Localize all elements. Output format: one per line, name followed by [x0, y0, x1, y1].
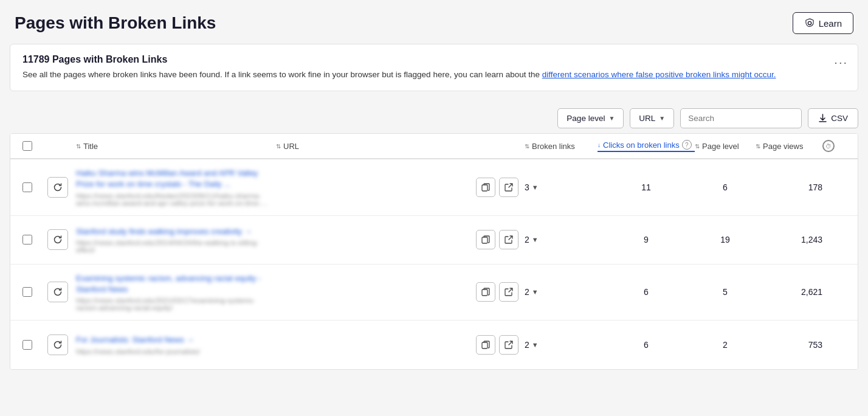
external-link-icon	[505, 288, 513, 296]
row-title-url: Haiku Sharma wins McMillan Award and APR…	[76, 168, 276, 206]
row-checkbox-cell	[15, 287, 40, 297]
broken-links-expand-icon[interactable]: ▼	[532, 288, 539, 296]
info-card-desc: See all the pages where broken links hav…	[22, 69, 846, 81]
header-broken-links[interactable]: ⇅ Broken links	[525, 142, 598, 151]
row-checkbox[interactable]	[22, 182, 32, 192]
copy-icon-button[interactable]	[476, 335, 495, 355]
table-row: For Journalists: Stanford News → https:/…	[10, 321, 858, 369]
table-header: ⇅ Title ⇅ URL ⇅ Broken links ↓ Clicks on…	[10, 134, 858, 159]
row-clicks-on-broken: 6	[598, 287, 695, 297]
row-title-text[interactable]: Haiku Sharma wins McMillan Award and APR…	[76, 168, 271, 190]
copy-icon-button[interactable]	[476, 178, 495, 197]
header-clicks-on-broken[interactable]: ↓ Clicks on broken links ?	[598, 140, 695, 152]
clicks-help-icon[interactable]: ?	[682, 140, 692, 150]
external-link-button[interactable]	[499, 335, 518, 355]
row-refresh-cell	[40, 282, 76, 302]
sort-url-icon: ⇅	[276, 143, 281, 150]
external-link-icon	[505, 341, 513, 349]
copy-icon-button[interactable]	[476, 230, 495, 249]
external-link-button[interactable]	[499, 230, 518, 249]
row-title-text[interactable]: For Journalists: Stanford News →	[76, 335, 271, 345]
row-title-url: For Journalists: Stanford News → https:/…	[76, 335, 276, 355]
page-title: Pages with Broken Links	[15, 13, 216, 33]
refresh-button[interactable]	[47, 229, 68, 250]
external-link-button[interactable]	[499, 282, 518, 302]
url-dropdown[interactable]: URL ▼	[630, 108, 674, 128]
header-timer-cell: ⏱	[822, 140, 853, 152]
row-checkbox[interactable]	[22, 287, 32, 297]
row-url-text: https://news.stanford.edu/2014/04/24/the…	[76, 239, 271, 254]
header-title[interactable]: ⇅ Title	[76, 142, 276, 151]
page-level-label: Page level	[567, 114, 605, 123]
header-page-level[interactable]: ⇅ Page level	[695, 142, 756, 151]
row-clicks-on-broken: 11	[598, 182, 695, 192]
row-checkbox-cell	[15, 340, 40, 350]
shield-icon	[804, 18, 815, 29]
header-section: Pages with Broken Links Learn	[0, 0, 868, 44]
page-level-arrow-icon: ▼	[608, 115, 615, 122]
row-title-text[interactable]: Examining systemic racism, advancing rac…	[76, 273, 271, 295]
svg-rect-4	[482, 342, 487, 348]
svg-rect-3	[482, 289, 487, 296]
broken-links-count: 2	[525, 287, 529, 297]
page-level-dropdown[interactable]: Page level ▼	[557, 108, 624, 128]
external-link-button[interactable]	[499, 178, 518, 197]
refresh-button[interactable]	[47, 335, 68, 355]
row-page-views: 178	[756, 182, 822, 192]
learn-button[interactable]: Learn	[793, 12, 853, 34]
row-url-text: https://news.stanford.edu/for-journalist…	[76, 348, 271, 355]
row-action-icons	[476, 335, 525, 355]
refresh-button[interactable]	[47, 282, 68, 302]
toolbar: Page level ▼ URL ▼ CSV	[0, 101, 868, 133]
page-wrapper: Pages with Broken Links Learn 11789 Page…	[0, 0, 868, 416]
select-all-checkbox[interactable]	[22, 141, 32, 151]
row-clicks-on-broken: 9	[598, 235, 695, 244]
broken-links-expand-icon[interactable]: ▼	[532, 341, 539, 348]
false-positive-link[interactable]: different scenarios where false positive…	[542, 70, 776, 79]
row-broken-links: 3 ▼	[525, 182, 598, 192]
row-checkbox[interactable]	[22, 235, 32, 244]
svg-rect-1	[482, 185, 487, 191]
search-input[interactable]	[680, 108, 802, 128]
row-action-icons	[476, 178, 525, 197]
broken-links-expand-icon[interactable]: ▼	[532, 184, 539, 191]
table-container: ⇅ Title ⇅ URL ⇅ Broken links ↓ Clicks on…	[10, 133, 858, 370]
sort-title-icon: ⇅	[76, 143, 81, 150]
row-page-views: 2,621	[756, 287, 822, 297]
svg-rect-2	[482, 237, 487, 243]
more-options-button[interactable]: ...	[834, 53, 848, 67]
csv-label: CSV	[831, 114, 848, 123]
external-link-icon	[505, 183, 513, 192]
info-card-title: 11789 Pages with Broken Links	[22, 54, 846, 65]
row-title-text[interactable]: Stanford study finds walking improves cr…	[76, 226, 271, 237]
csv-button[interactable]: CSV	[808, 108, 858, 128]
row-refresh-cell	[40, 335, 76, 355]
copy-icon	[481, 341, 490, 349]
info-card-desc-start: See all the pages where broken links hav…	[22, 70, 542, 79]
row-clicks-on-broken: 6	[598, 340, 695, 350]
refresh-icon	[53, 235, 63, 244]
refresh-icon	[53, 182, 63, 192]
sort-clicks-icon: ↓	[598, 142, 601, 148]
refresh-icon	[53, 340, 63, 350]
refresh-button[interactable]	[47, 177, 68, 198]
row-checkbox[interactable]	[22, 340, 32, 350]
copy-icon	[481, 183, 490, 192]
sort-page-views-icon: ⇅	[756, 143, 760, 150]
row-checkbox-cell	[15, 182, 40, 192]
header-checkbox-cell	[15, 141, 40, 151]
header-url[interactable]: ⇅ URL	[276, 142, 476, 151]
external-link-icon	[505, 235, 513, 244]
row-broken-links: 2 ▼	[525, 235, 598, 244]
row-broken-links: 2 ▼	[525, 287, 598, 297]
header-page-views[interactable]: ⇅ Page views	[756, 142, 822, 151]
refresh-icon	[53, 287, 63, 297]
row-action-icons	[476, 282, 525, 302]
svg-point-0	[808, 21, 811, 24]
broken-links-expand-icon[interactable]: ▼	[532, 236, 539, 243]
url-arrow-icon: ▼	[659, 115, 665, 122]
row-refresh-cell	[40, 177, 76, 198]
table-row: Haiku Sharma wins McMillan Award and APR…	[10, 159, 858, 215]
copy-icon-button[interactable]	[476, 282, 495, 302]
url-label: URL	[639, 114, 655, 123]
